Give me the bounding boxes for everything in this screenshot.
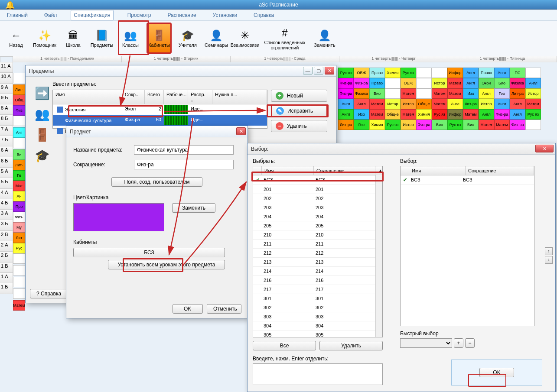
scrollbar[interactable] [375, 175, 382, 337]
remove-button[interactable]: Удалить [319, 341, 383, 350]
arrow-icon[interactable]: ➡️ [33, 84, 51, 102]
replace-color-button[interactable]: Заменить [172, 203, 215, 213]
move-up-button[interactable]: ↑ [545, 247, 553, 255]
menu-bar: ГлавныйФайлСпецификацияПросмотрРасписани… [0, 10, 557, 21]
ribbon-Школа[interactable]: 🏛Школа [61, 23, 86, 54]
cancel-button[interactable]: Отменить [207, 304, 241, 314]
room-row[interactable]: 212212 [253, 249, 382, 258]
ribbon-Учителя[interactable]: 🎓Учителя [175, 23, 200, 54]
class-row[interactable]: 4 А [0, 189, 13, 199]
class-row[interactable]: 5 А [0, 168, 13, 178]
class-row[interactable]: 7 А [0, 126, 13, 136]
room-row[interactable]: 217217 [253, 285, 382, 294]
ribbon-Назад[interactable]: ←Назад [3, 23, 29, 54]
available-list[interactable]: ИмяСокращение▲ ✔БСЗБСЗ201201202202203203… [253, 166, 383, 337]
help-button[interactable]: ? Справка [30, 289, 68, 298]
class-row[interactable]: 1 В [0, 262, 13, 273]
class-row[interactable]: 11 А [0, 62, 13, 73]
class-row[interactable]: 9 А [0, 84, 13, 94]
ok-button[interactable]: OK [479, 368, 514, 377]
assign-all-button[interactable]: Установить всем урокам этого предмета [108, 260, 225, 269]
edit-button[interactable]: ✎Исправить [271, 104, 327, 117]
room-row[interactable]: 211211 [253, 240, 382, 249]
menu-Расписание[interactable]: Расписание [165, 10, 199, 20]
ok-button[interactable]: OK [173, 304, 203, 314]
class-row[interactable]: 3 Б [0, 220, 13, 230]
room-row[interactable]: 203203 [253, 203, 382, 212]
select-all-button[interactable]: Все [253, 341, 316, 350]
ribbon-Кабинеты[interactable]: 🚪Кабинеты [147, 23, 172, 54]
room-row[interactable]: 202202 [253, 194, 382, 203]
prompt-label: Ввести предметы: [52, 81, 267, 87]
class-row[interactable]: 8 А [0, 104, 13, 115]
subjects-list[interactable]: Имя Сокр... Всего Рабоче... Распр. ... Н… [52, 90, 267, 129]
class-row[interactable]: 2 В [0, 231, 13, 241]
people-icon[interactable]: 👥 [33, 105, 51, 123]
class-row[interactable]: 3 А [0, 210, 13, 220]
subject-row[interactable]: Физическая культураФиз-ра60Иде... [53, 115, 267, 126]
remove-quick-button[interactable]: − [465, 338, 475, 348]
enter-input[interactable] [253, 363, 383, 385]
class-row[interactable]: 2 А [0, 241, 13, 252]
room-row[interactable]: 204204 [253, 212, 382, 221]
menu-Спецификация[interactable]: Спецификация [71, 10, 113, 20]
menu-Справка[interactable]: Справка [251, 10, 277, 20]
selection-dialog-title: Выбор: ✕ [248, 143, 555, 155]
add-quick-button[interactable]: + [454, 338, 463, 348]
room-row[interactable]: 210210 [253, 230, 382, 240]
class-row[interactable]: 7 Б [0, 136, 13, 146]
room-row[interactable]: 302302 [253, 303, 382, 312]
close-icon[interactable]: ✕ [236, 127, 246, 135]
ribbon-Семинары[interactable]: 👤Семинары [204, 23, 229, 54]
class-row[interactable]: 1 А [0, 273, 13, 283]
menu-Главный[interactable]: Главный [4, 10, 30, 20]
close-icon[interactable]: ✕ [535, 145, 554, 152]
room-row[interactable]: ✔БСЗБСЗ [401, 175, 534, 185]
left-label: Выбрать: [253, 158, 383, 164]
room-row[interactable]: 214214 [253, 267, 382, 276]
room-row[interactable]: 305305 [253, 330, 382, 337]
class-row[interactable]: 6 Б [0, 157, 13, 168]
class-row[interactable]: 9 Б [0, 94, 13, 104]
room-row[interactable]: 301301 [253, 294, 382, 303]
delete-button[interactable]: −Удалить [271, 120, 327, 132]
room-select-button[interactable]: БСЗ [73, 248, 225, 257]
class-row[interactable]: 4 Б [0, 199, 13, 210]
ribbon-Список введенных ограничений[interactable]: #Список введенных ограничений [261, 23, 309, 54]
room-row[interactable]: 304304 [253, 321, 382, 330]
menu-Просмотр[interactable]: Просмотр [125, 10, 154, 20]
ribbon-Помощник[interactable]: ✨Помощник [32, 23, 57, 54]
hat-icon[interactable]: 🎓 [33, 147, 51, 164]
room-row[interactable]: 205205 [253, 221, 382, 230]
room-row[interactable]: 216216 [253, 276, 382, 285]
maximize-button[interactable]: ▢ [314, 67, 323, 75]
quick-select[interactable] [400, 338, 452, 348]
ribbon-Предметы[interactable]: 📘Предметы [89, 23, 114, 54]
room-row[interactable]: ✔БСЗБСЗ [253, 175, 382, 185]
room-row[interactable]: 213213 [253, 258, 382, 267]
ribbon-Классы[interactable]: 👥Классы [118, 23, 143, 54]
class-row[interactable]: 5 Б [0, 178, 13, 188]
door-icon[interactable]: 🚪 [33, 126, 51, 143]
menu-Установки[interactable]: Установки [210, 10, 240, 20]
minimize-button[interactable]: — [303, 67, 313, 75]
user-fields-button[interactable]: Поля, созд. пользователем [111, 177, 202, 187]
ribbon-Взаимосвязи[interactable]: ✳Взаимосвязи [232, 23, 257, 54]
close-button[interactable]: ✕ [325, 67, 334, 75]
title-bar: aSc Расписание [0, 0, 557, 10]
class-row[interactable]: 8 Б [0, 115, 13, 125]
selected-list[interactable]: ИмяСокращение ✔БСЗБСЗ [400, 166, 534, 326]
subject-name-input[interactable] [134, 145, 234, 155]
room-row[interactable]: 201201 [253, 185, 382, 194]
menu-Файл[interactable]: Файл [42, 10, 60, 20]
subject-abbr-input[interactable] [134, 160, 234, 169]
subject-row[interactable]: ЭкологияЭкол2Иде... [53, 104, 267, 115]
class-row[interactable]: 1 Б [0, 283, 13, 294]
move-down-button[interactable]: ↓ [545, 256, 553, 264]
class-row[interactable]: 2 Б [0, 252, 13, 262]
new-button[interactable]: +Новый [271, 90, 327, 102]
class-row[interactable]: 10 А [0, 73, 13, 83]
class-row[interactable]: 6 А [0, 146, 13, 157]
room-row[interactable]: 303303 [253, 312, 382, 321]
ribbon-Заменить[interactable]: 👤Заменить [312, 23, 337, 54]
